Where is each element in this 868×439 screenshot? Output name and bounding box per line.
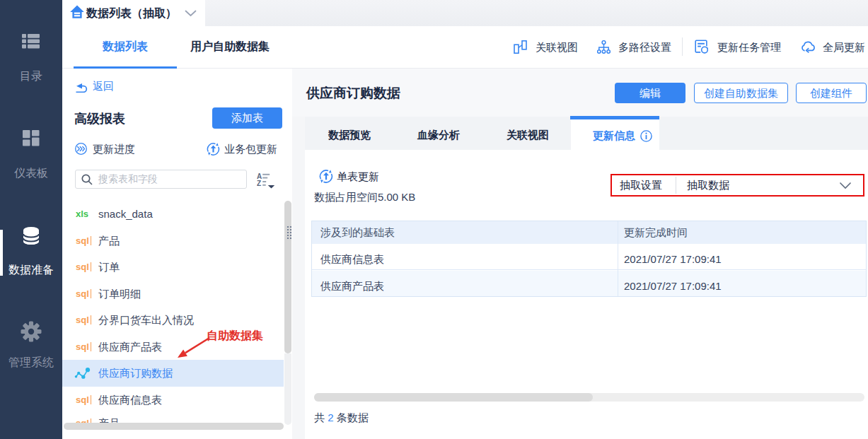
svg-text:Z: Z <box>257 180 261 187</box>
